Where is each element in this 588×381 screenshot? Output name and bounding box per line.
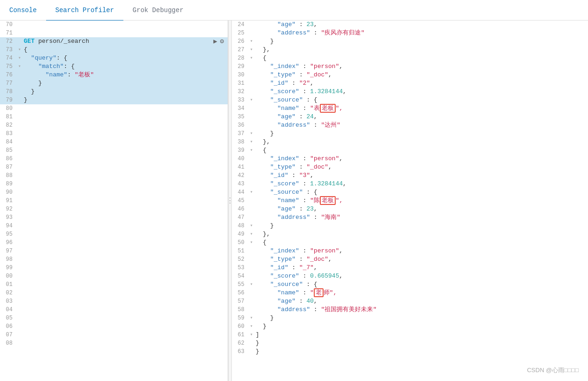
editor-line-102: 02 xyxy=(0,289,228,297)
result-line-28: 28 ▾ { xyxy=(232,54,588,62)
highlight-laoban-1: 老板 xyxy=(320,104,336,113)
editor-line-91: 91 xyxy=(0,197,228,205)
tab-search-profiler[interactable]: Search Profiler xyxy=(46,0,123,21)
result-line-50: 50 ▾ { xyxy=(232,238,588,247)
editor-line-76: 76 "name": "老板" xyxy=(0,71,228,79)
editor-line-101: 01 xyxy=(0,280,228,289)
result-line-43: 43 "_score" : 1.3284144, xyxy=(232,180,588,188)
result-line-51: 51 "_index" : "person", xyxy=(232,247,588,255)
result-line-38: 38 ▾ }, xyxy=(232,138,588,146)
result-line-32: 32 "_score" : 1.3284144, xyxy=(232,88,588,96)
result-line-37: 37 ▾ } xyxy=(232,129,588,138)
result-line-27: 27 ▾ }, xyxy=(232,46,588,54)
result-line-46: 46 "age" : 23, xyxy=(232,205,588,213)
editor-line-106: 06 xyxy=(0,322,228,331)
run-button[interactable]: ▶ xyxy=(213,37,217,46)
editor-line-79: 79 } xyxy=(0,96,228,104)
editor-line-99: 99 xyxy=(0,264,228,272)
result-line-24: 24 "age" : 23, xyxy=(232,20,588,29)
editor-line-92: 92 xyxy=(0,205,228,213)
result-line-42: 42 "_id" : "3", xyxy=(232,171,588,180)
result-line-57: 57 "age" : 40, xyxy=(232,297,588,306)
result-line-25: 25 "address" : "疾风亦有归途" xyxy=(232,29,588,37)
result-line-47: 47 "address" : "海南" xyxy=(232,213,588,222)
result-line-33: 33 ▾ "_source" : { xyxy=(232,96,588,104)
result-line-45: 45 "name" : "陈老板", xyxy=(232,197,588,205)
editor-line-87: 87 xyxy=(0,163,228,171)
editor-line-107: 07 xyxy=(0,331,228,339)
result-line-52: 52 "_type" : "_doc", xyxy=(232,255,588,264)
editor-line-72: 72 GET person/_search ▶ ⚙ xyxy=(0,37,228,46)
editor-area[interactable]: 70 71 72 GET person/_search ▶ ⚙ xyxy=(0,20,228,381)
editor-line-86: 86 xyxy=(0,155,228,163)
main-container: 70 71 72 GET person/_search ▶ ⚙ xyxy=(0,20,588,381)
result-line-60: 60 ▾ } xyxy=(232,322,588,331)
tab-console[interactable]: Console xyxy=(0,0,46,21)
editor-line-83: 83 xyxy=(0,129,228,138)
result-line-61: 61 ▾ ] xyxy=(232,331,588,339)
panel-divider[interactable]: ⋮ xyxy=(228,20,232,381)
editor-line-104: 04 xyxy=(0,306,228,314)
result-line-35: 35 "age" : 24, xyxy=(232,113,588,121)
editor-line-85: 85 xyxy=(0,146,228,155)
editor-line-90: 90 xyxy=(0,188,228,197)
editor-line-89: 89 xyxy=(0,180,228,188)
result-line-36: 36 "address" : "达州" xyxy=(232,121,588,129)
highlight-lao: 老 xyxy=(314,288,324,297)
top-navigation: Console Search Profiler Grok Debugger xyxy=(0,0,588,20)
editor-line-82: 82 xyxy=(0,121,228,129)
result-line-31: 31 "_id" : "2", xyxy=(232,79,588,88)
watermark: CSDN @心雨□□□□ xyxy=(527,366,579,374)
result-line-54: 54 "_score" : 0.665945, xyxy=(232,272,588,280)
editor-line-75: 75 ▾ "match": { xyxy=(0,62,228,71)
highlight-laoban-2: 老板 xyxy=(320,196,336,205)
editor-action-buttons: ▶ ⚙ xyxy=(213,37,228,46)
result-line-53: 53 "_id" : "_7", xyxy=(232,264,588,272)
result-line-41: 41 "_type" : "_doc", xyxy=(232,163,588,171)
editor-line-97: 97 xyxy=(0,247,228,255)
result-line-26: 26 ▾ } xyxy=(232,37,588,46)
editor-line-95: 95 xyxy=(0,230,228,238)
editor-line-78: 78 } xyxy=(0,88,228,96)
result-line-29: 29 "_index" : "person", xyxy=(232,62,588,71)
tab-grok-debugger[interactable]: Grok Debugger xyxy=(123,0,193,21)
editor-line-84: 84 xyxy=(0,138,228,146)
result-line-34: 34 "name" : "表老板", xyxy=(232,104,588,113)
result-line-49: 49 ▾ }, xyxy=(232,230,588,238)
result-line-59: 59 ▾ } xyxy=(232,314,588,322)
editor-line-71: 71 xyxy=(0,29,228,37)
editor-line-74: 74 ▾ "query": { xyxy=(0,54,228,62)
result-line-63: 63 } xyxy=(232,347,588,356)
editor-panel: 70 71 72 GET person/_search ▶ ⚙ xyxy=(0,20,228,381)
editor-line-73: 73 ▾ { xyxy=(0,46,228,54)
editor-line-96: 96 xyxy=(0,238,228,247)
editor-line-103: 03 xyxy=(0,297,228,306)
result-line-55: 55 ▾ "_source" : { xyxy=(232,280,588,289)
editor-line-94: 94 xyxy=(0,222,228,230)
editor-line-81: 81 xyxy=(0,113,228,121)
editor-line-70: 70 xyxy=(0,20,228,29)
result-line-48: 48 ▾ } xyxy=(232,222,588,230)
result-line-30: 30 "_type" : "_doc", xyxy=(232,71,588,79)
result-line-44: 44 ▾ "_source" : { xyxy=(232,188,588,197)
editor-line-108: 08 xyxy=(0,339,228,347)
copy-button[interactable]: ⚙ xyxy=(220,37,224,46)
result-line-62: 62 } xyxy=(232,339,588,347)
results-panel[interactable]: 24 "age" : 23, 25 "address" : "疾风亦有归途" 2… xyxy=(232,20,588,381)
result-line-39: 39 ▾ { xyxy=(232,146,588,155)
editor-line-93: 93 xyxy=(0,213,228,222)
editor-line-100: 00 xyxy=(0,272,228,280)
editor-line-105: 05 xyxy=(0,314,228,322)
editor-line-77: 77 } xyxy=(0,79,228,88)
result-line-56: 56 "name" : "老师", xyxy=(232,289,588,297)
result-line-40: 40 "_index" : "person", xyxy=(232,155,588,163)
editor-line-88: 88 xyxy=(0,171,228,180)
result-line-58: 58 "address" : "祖国拥有美好未来" xyxy=(232,306,588,314)
editor-line-80: 80 xyxy=(0,104,228,113)
editor-line-98: 98 xyxy=(0,255,228,264)
